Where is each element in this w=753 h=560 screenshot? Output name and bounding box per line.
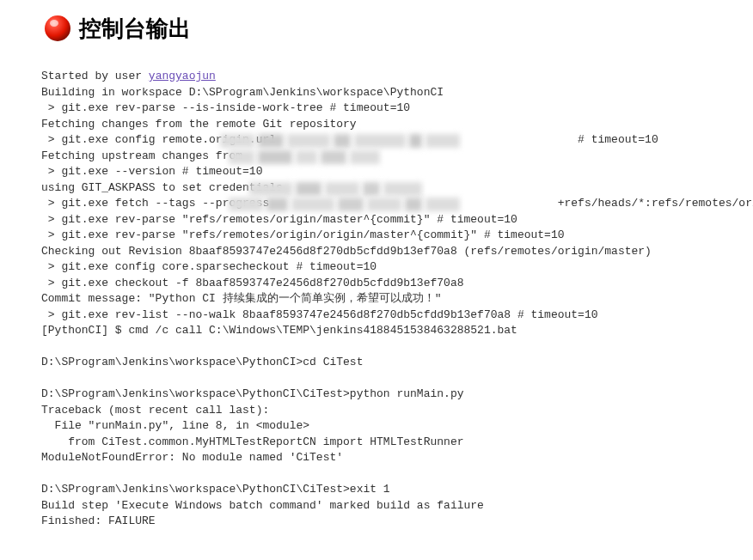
console-line: from CiTest.common.MyHTMLTestReportCN im… — [41, 435, 463, 448]
console-line: Commit message: "Python CI 持续集成的一个简单实例，希… — [41, 292, 441, 305]
status-red-ball-icon — [41, 12, 74, 45]
console-line: > git.exe rev-parse --is-inside-work-tre… — [41, 101, 410, 114]
console-line: Checking out Revision 8baaf8593747e2456d… — [41, 245, 652, 258]
console-line: > git.exe rev-list --no-walk 8baaf859374… — [41, 308, 598, 321]
console-line: [PythonCI] $ cmd /c call C:\Windows\TEMP… — [41, 324, 517, 337]
console-output: Started by user yangyaojun Building in w… — [41, 69, 753, 530]
console-line: using GIT_ASKPASS to set credentials — [41, 181, 290, 194]
console-line: > git.exe config remote.origin.url # tim… — [41, 133, 658, 146]
console-line: > git.exe fetch --tags --progress +refs/… — [41, 197, 753, 210]
console-line: Started by user yangyaojun — [41, 70, 216, 82]
console-line: File "runMain.py", line 8, in <module> — [41, 419, 309, 432]
console-line: Fetching upstream changes from — [41, 149, 249, 162]
svg-point-1 — [50, 20, 58, 27]
console-line: > git.exe checkout -f 8baaf8593747e2456d… — [41, 277, 463, 289]
redacted-icon — [220, 134, 519, 148]
console-header: 控制台输出 — [41, 12, 753, 45]
console-line: > git.exe rev-parse "refs/remotes/origin… — [41, 213, 517, 226]
user-link[interactable]: yangyaojun — [149, 70, 216, 82]
console-line: D:\SProgram\Jenkins\workspace\PythonCI\C… — [41, 483, 390, 496]
console-line: Traceback (most recent call last): — [41, 404, 269, 417]
console-line: D:\SProgram\Jenkins\workspace\PythonCI>c… — [41, 356, 363, 368]
console-line: ModuleNotFoundError: No module named 'Ci… — [41, 451, 343, 464]
console-line: > git.exe --version # timeout=10 — [41, 165, 262, 178]
console-line: Building in workspace D:\SProgram\Jenkin… — [41, 86, 444, 99]
console-line: D:\SProgram\Jenkins\workspace\PythonCI\C… — [41, 387, 463, 400]
svg-point-0 — [45, 15, 70, 41]
console-line: > git.exe rev-parse "refs/remotes/origin… — [41, 228, 565, 241]
console-line: > git.exe config core.sparsecheckout # t… — [41, 260, 376, 273]
console-line: Fetching changes from the remote Git rep… — [41, 118, 357, 131]
console-line: Finished: FAILURE — [41, 514, 156, 527]
console-line: Build step 'Execute Windows batch comman… — [41, 499, 484, 512]
page-title: 控制台输出 — [79, 14, 191, 44]
redacted-icon — [249, 182, 457, 196]
redacted-icon — [229, 198, 505, 211]
redacted-icon — [229, 150, 418, 164]
